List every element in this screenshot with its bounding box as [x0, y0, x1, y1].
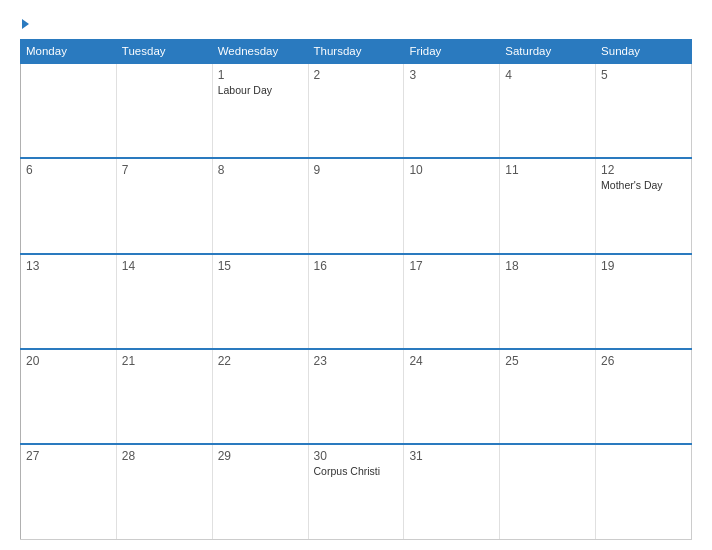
calendar-event: Mother's Day [601, 179, 686, 191]
day-number: 26 [601, 354, 686, 368]
calendar-cell: 22 [212, 349, 308, 444]
day-number: 22 [218, 354, 303, 368]
calendar-header: MondayTuesdayWednesdayThursdayFridaySatu… [21, 40, 692, 64]
day-of-week-header: Saturday [500, 40, 596, 64]
calendar-table: MondayTuesdayWednesdayThursdayFridaySatu… [20, 39, 692, 540]
calendar-cell: 17 [404, 254, 500, 349]
day-number: 27 [26, 449, 111, 463]
calendar-cell: 29 [212, 444, 308, 539]
calendar-cell: 16 [308, 254, 404, 349]
calendar-cell: 9 [308, 158, 404, 253]
day-number: 23 [314, 354, 399, 368]
day-number: 30 [314, 449, 399, 463]
day-of-week-header: Friday [404, 40, 500, 64]
calendar-cell: 25 [500, 349, 596, 444]
day-number: 11 [505, 163, 590, 177]
calendar-cell: 10 [404, 158, 500, 253]
calendar-cell: 5 [596, 63, 692, 158]
calendar-cell: 31 [404, 444, 500, 539]
day-of-week-header: Monday [21, 40, 117, 64]
calendar-cell: 4 [500, 63, 596, 158]
day-of-week-header: Sunday [596, 40, 692, 64]
calendar-cell: 6 [21, 158, 117, 253]
day-of-week-header: Thursday [308, 40, 404, 64]
days-of-week-row: MondayTuesdayWednesdayThursdayFridaySatu… [21, 40, 692, 64]
calendar-cell: 12Mother's Day [596, 158, 692, 253]
logo-triangle-icon [22, 19, 29, 29]
day-number: 7 [122, 163, 207, 177]
calendar-week-row: 27282930Corpus Christi31 [21, 444, 692, 539]
day-number: 15 [218, 259, 303, 273]
calendar-event: Corpus Christi [314, 465, 399, 477]
calendar-cell: 27 [21, 444, 117, 539]
calendar-page: MondayTuesdayWednesdayThursdayFridaySatu… [0, 0, 712, 550]
calendar-cell: 20 [21, 349, 117, 444]
day-number: 13 [26, 259, 111, 273]
day-of-week-header: Tuesday [116, 40, 212, 64]
calendar-cell: 23 [308, 349, 404, 444]
day-number: 14 [122, 259, 207, 273]
day-number: 18 [505, 259, 590, 273]
calendar-cell: 2 [308, 63, 404, 158]
calendar-cell: 21 [116, 349, 212, 444]
calendar-cell: 18 [500, 254, 596, 349]
day-number: 24 [409, 354, 494, 368]
calendar-cell: 30Corpus Christi [308, 444, 404, 539]
calendar-cell: 24 [404, 349, 500, 444]
calendar-cell: 19 [596, 254, 692, 349]
calendar-event: Labour Day [218, 84, 303, 96]
calendar-week-row: 1Labour Day2345 [21, 63, 692, 158]
day-number: 3 [409, 68, 494, 82]
calendar-cell [596, 444, 692, 539]
calendar-week-row: 20212223242526 [21, 349, 692, 444]
day-number: 25 [505, 354, 590, 368]
day-number: 17 [409, 259, 494, 273]
day-number: 31 [409, 449, 494, 463]
day-number: 10 [409, 163, 494, 177]
day-number: 4 [505, 68, 590, 82]
calendar-cell: 7 [116, 158, 212, 253]
day-number: 21 [122, 354, 207, 368]
calendar-body: 1Labour Day23456789101112Mother's Day131… [21, 63, 692, 540]
calendar-cell: 26 [596, 349, 692, 444]
calendar-cell: 28 [116, 444, 212, 539]
day-number: 2 [314, 68, 399, 82]
header [20, 18, 692, 29]
calendar-cell: 8 [212, 158, 308, 253]
day-number: 29 [218, 449, 303, 463]
day-number: 5 [601, 68, 686, 82]
calendar-cell: 13 [21, 254, 117, 349]
calendar-week-row: 13141516171819 [21, 254, 692, 349]
day-number: 1 [218, 68, 303, 82]
calendar-cell: 11 [500, 158, 596, 253]
calendar-cell: 15 [212, 254, 308, 349]
logo [20, 18, 29, 29]
calendar-cell: 3 [404, 63, 500, 158]
day-number: 6 [26, 163, 111, 177]
calendar-cell: 14 [116, 254, 212, 349]
day-number: 28 [122, 449, 207, 463]
day-number: 9 [314, 163, 399, 177]
calendar-cell: 1Labour Day [212, 63, 308, 158]
day-number: 16 [314, 259, 399, 273]
logo-blue-text [20, 18, 29, 29]
calendar-week-row: 6789101112Mother's Day [21, 158, 692, 253]
calendar-cell [500, 444, 596, 539]
day-number: 20 [26, 354, 111, 368]
day-of-week-header: Wednesday [212, 40, 308, 64]
calendar-cell [116, 63, 212, 158]
day-number: 12 [601, 163, 686, 177]
day-number: 19 [601, 259, 686, 273]
calendar-cell [21, 63, 117, 158]
day-number: 8 [218, 163, 303, 177]
